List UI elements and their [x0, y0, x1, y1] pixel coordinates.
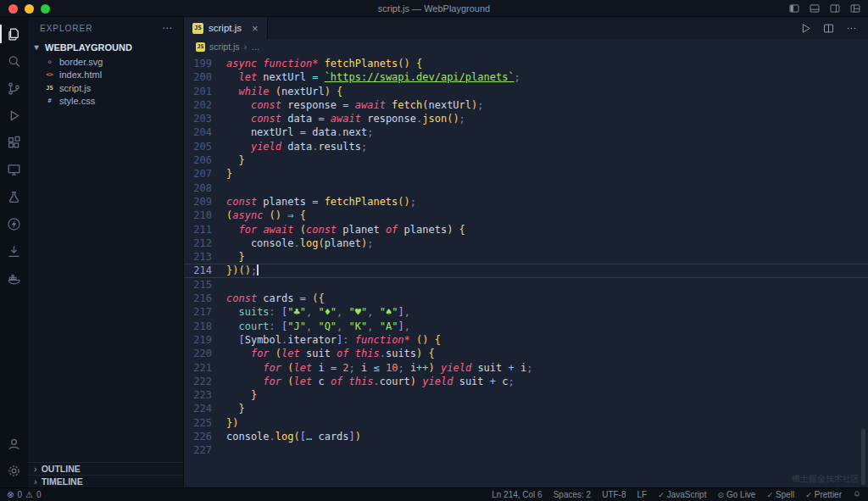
status-indentation[interactable]: Spaces: 2: [554, 490, 591, 499]
activity-explorer[interactable]: [0, 20, 28, 47]
timeline-section[interactable]: › TIMELINE: [28, 475, 183, 487]
file-index.html[interactable]: <>index.html: [28, 69, 183, 82]
code-line-203[interactable]: 203 const data = await response.json();: [184, 112, 868, 125]
code-line-215[interactable]: 215: [184, 278, 868, 292]
code-line-205[interactable]: 205 yield data.results;: [184, 140, 868, 153]
warnings-icon: ⚠: [25, 490, 33, 499]
breadcrumb-file[interactable]: script.js: [209, 42, 240, 52]
code-line-222[interactable]: 222 for (let c of this.court) yield suit…: [184, 375, 868, 388]
run-file-icon[interactable]: [799, 22, 812, 35]
problems-status[interactable]: ⊗ 0 ⚠ 0: [7, 490, 41, 499]
more-actions-icon[interactable]: [845, 22, 858, 35]
code-line-210[interactable]: 210(async () ⇒ {: [184, 209, 868, 222]
activity-remote-explorer[interactable]: [0, 156, 28, 183]
toggle-secondary-sidebar-icon[interactable]: [829, 3, 841, 14]
warning-count: 0: [36, 490, 42, 499]
line-number: 224: [184, 402, 212, 415]
explorer-sidebar: EXPLORER ⋯ ▾ WEBPLAYGROUND ◇border.svg<>…: [28, 17, 184, 487]
workspace-folder-name: WEBPLAYGROUND: [45, 42, 132, 53]
toggle-panel-icon[interactable]: [809, 3, 821, 14]
close-window-button[interactable]: [8, 4, 18, 14]
activity-testing[interactable]: [0, 183, 28, 210]
status-prettier[interactable]: ✓Prettier: [805, 490, 842, 499]
css-file-icon: #: [45, 97, 54, 104]
file-script.js[interactable]: JSscript.js: [28, 81, 183, 95]
line-number: 201: [184, 85, 212, 98]
outline-section[interactable]: › OUTLINE: [28, 462, 183, 475]
line-number: 207: [184, 167, 212, 181]
code-line-201[interactable]: 201 while (nextUrl) {: [184, 85, 868, 98]
line-number: 222: [184, 375, 212, 388]
zoom-window-button[interactable]: [41, 4, 50, 14]
activity-source-control[interactable]: [0, 75, 28, 102]
vertical-scrollbar[interactable]: [861, 429, 865, 485]
explorer-more-actions-icon[interactable]: ⋯: [162, 22, 173, 34]
javascript-file-icon: JS: [196, 42, 205, 52]
close-tab-icon[interactable]: ×: [252, 23, 259, 34]
tab-script-js[interactable]: JS script.js ×: [184, 17, 268, 39]
activity-extensions[interactable]: [0, 129, 28, 156]
search-icon: [6, 53, 22, 70]
activity-run-debug[interactable]: [0, 102, 28, 129]
status-label: Prettier: [815, 490, 842, 499]
code-text: for (let i = 2; i ≤ 10; i++) yield suit …: [226, 362, 532, 374]
code-line-223[interactable]: 223 }: [184, 388, 868, 402]
activity-accounts[interactable]: [0, 430, 28, 457]
code-line-199[interactable]: 199async function* fetchPlanets() {: [184, 57, 868, 70]
file-name: border.svg: [59, 57, 103, 67]
activity-thunder-client[interactable]: [0, 210, 28, 237]
code-line-219[interactable]: 219 [Symbol.iterator]: function* () {: [184, 333, 868, 347]
code-text: const planets = fetchPlanets();: [226, 196, 416, 208]
breadcrumb-symbol[interactable]: …: [251, 42, 260, 52]
file-border.svg[interactable]: ◇border.svg: [28, 55, 183, 69]
chevron-right-icon: ›: [244, 42, 248, 52]
notifications-bell-icon[interactable]: [853, 490, 861, 500]
code-line-211[interactable]: 211 for await (const planet of planets) …: [184, 223, 868, 237]
activity-downloads[interactable]: [0, 237, 28, 264]
code-line-218[interactable]: 218 court: ["J", "Q", "K", "A"],: [184, 320, 868, 333]
code-line-212[interactable]: 212 console.log(planet);: [184, 237, 868, 250]
split-editor-icon[interactable]: [822, 22, 835, 35]
code-line-225[interactable]: 225}): [184, 416, 868, 430]
file-style.css[interactable]: #style.css: [28, 95, 183, 109]
title-bar: script.js — WebPlayground: [0, 0, 868, 17]
code-line-221[interactable]: 221 for (let i = 2; i ≤ 10; i++) yield s…: [184, 361, 868, 375]
minimize-window-button[interactable]: [25, 4, 34, 14]
breadcrumb[interactable]: JS script.js › …: [184, 39, 868, 54]
explorer-title: EXPLORER: [40, 24, 92, 33]
status-encoding[interactable]: UTF-8: [602, 490, 626, 499]
code-line-216[interactable]: 216const cards = ({: [184, 292, 868, 305]
code-line-206[interactable]: 206 }: [184, 153, 868, 167]
toggle-sidebar-icon[interactable]: [788, 3, 800, 14]
status-language[interactable]: ✓JavaScript: [658, 490, 706, 499]
code-line-227[interactable]: 227: [184, 443, 868, 457]
code-area[interactable]: 199async function* fetchPlanets() {200 l…: [184, 54, 868, 487]
code-line-208[interactable]: 208: [184, 181, 868, 195]
code-line-224[interactable]: 224 }: [184, 402, 868, 415]
status-go-live[interactable]: ⊙Go Live: [717, 490, 755, 499]
status-eol[interactable]: LF: [637, 490, 648, 499]
status-spell[interactable]: ✓Spell: [766, 490, 794, 499]
customize-layout-icon[interactable]: [849, 3, 861, 14]
activity-docker[interactable]: [0, 264, 28, 292]
code-line-217[interactable]: 217 suits: ["♣", "♦", "♥", "♠"],: [184, 305, 868, 319]
line-number: 221: [184, 361, 212, 375]
code-line-207[interactable]: 207}: [184, 167, 868, 181]
workspace-folder-row[interactable]: ▾ WEBPLAYGROUND: [28, 39, 183, 55]
code-line-226[interactable]: 226console.log([… cards]): [184, 430, 868, 443]
explorer-icon: [6, 26, 22, 42]
code-line-209[interactable]: 209const planets = fetchPlanets();: [184, 195, 868, 209]
prettier-icon: ✓: [805, 491, 812, 499]
code-line-220[interactable]: 220 for (let suit of this.suits) {: [184, 347, 868, 360]
javascript-file-icon: JS: [192, 23, 203, 34]
code-line-214[interactable]: 214})();: [184, 264, 868, 277]
activity-search[interactable]: [0, 47, 28, 75]
code-line-200[interactable]: 200 let nextUrl = `https://swapi.dev/api…: [184, 70, 868, 84]
code-line-213[interactable]: 213 }: [184, 250, 868, 264]
file-name: style.css: [59, 96, 95, 106]
code-line-202[interactable]: 202 const response = await fetch(nextUrl…: [184, 98, 868, 112]
line-number: 227: [184, 443, 212, 457]
status-cursor-position[interactable]: Ln 214, Col 6: [492, 490, 542, 499]
code-line-204[interactable]: 204 nextUrl = data.next;: [184, 125, 868, 139]
activity-settings[interactable]: [0, 457, 28, 484]
